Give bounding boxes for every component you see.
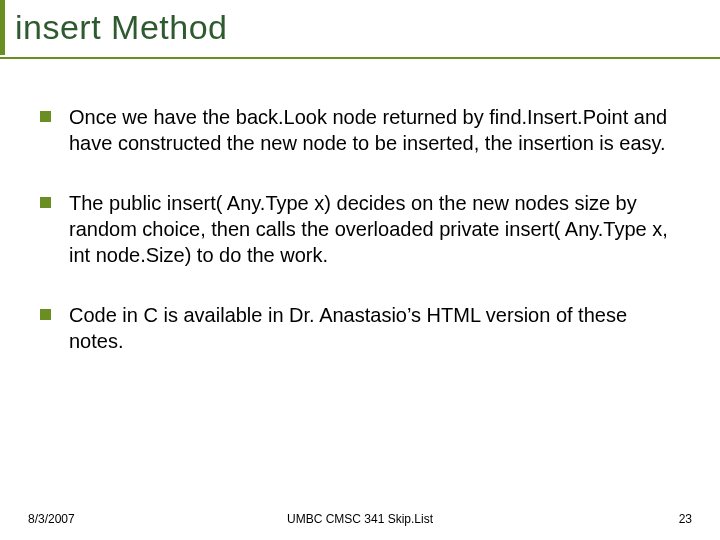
- square-bullet-icon: [40, 197, 51, 208]
- title-row: insert Method: [0, 0, 720, 55]
- square-bullet-icon: [40, 309, 51, 320]
- bullet-text: The public insert( Any.Type x) decides o…: [69, 190, 680, 268]
- slide: insert Method Once we have the back.Look…: [0, 0, 720, 540]
- title-block: insert Method: [5, 0, 720, 55]
- list-item: Once we have the back.Look node returned…: [40, 104, 680, 156]
- slide-title: insert Method: [15, 8, 720, 47]
- list-item: Code in C is available in Dr. Anastasio’…: [40, 302, 680, 354]
- bullet-text: Code in C is available in Dr. Anastasio’…: [69, 302, 680, 354]
- footer-course: UMBC CMSC 341 Skip.List: [287, 512, 433, 526]
- footer-page-number: 23: [679, 512, 692, 526]
- bullet-text: Once we have the back.Look node returned…: [69, 104, 680, 156]
- footer-date: 8/3/2007: [28, 512, 75, 526]
- slide-footer: 8/3/2007 UMBC CMSC 341 Skip.List 23: [0, 512, 720, 526]
- list-item: The public insert( Any.Type x) decides o…: [40, 190, 680, 268]
- square-bullet-icon: [40, 111, 51, 122]
- slide-body: Once we have the back.Look node returned…: [0, 59, 720, 354]
